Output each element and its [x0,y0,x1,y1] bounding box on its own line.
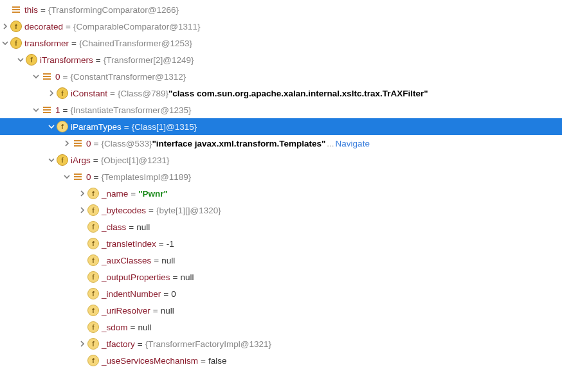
chevron-down-icon[interactable] [31,107,41,113]
chevron-right-icon[interactable] [62,140,72,147]
field-icon: f [26,54,37,66]
equals-sign: = [153,306,158,316]
chevron-down-icon[interactable] [46,157,57,163]
navigate-link[interactable]: Navigate [336,139,370,148]
tree-row[interactable]: f_outputProperties=null [0,269,562,285]
tree-row[interactable]: f_bytecodes={byte[1][]@1320} [0,202,562,218]
variable-name: _outputProperties [102,272,170,282]
chevron-right-icon[interactable] [77,207,87,213]
tree-row[interactable]: f_uriResolver=null [0,302,562,319]
equals-sign: = [124,122,129,132]
tree-row[interactable]: fdecorated={ComparableComparator@1311} [0,18,562,35]
field-icon: f [87,355,99,366]
variable-name: iTransformers [40,55,93,65]
primitive-value: null [161,306,174,316]
chevron-down-icon[interactable] [31,73,41,80]
tree-row[interactable]: 0={ConstantTransformer@1312} [0,68,562,85]
object-reference: {Class[1]@1315} [132,122,197,132]
variable-name: 0 [55,72,60,82]
variable-name: _sdom [102,323,128,332]
equals-sign: = [173,272,178,282]
variable-name: transformer [24,39,69,48]
variable-name: _tfactory [102,339,135,349]
variable-name: _indentNumber [102,289,161,299]
field-icon: f [87,254,99,266]
object-reference: {TransformingComparator@1266} [48,5,179,15]
equals-sign: = [201,356,206,366]
chevron-down-icon[interactable] [15,57,26,63]
object-reference: {Class@533} [101,139,152,148]
field-icon: f [87,204,99,216]
array-icon [41,104,53,116]
field-icon: f [10,21,22,32]
tree-row[interactable]: f_sdom=null [0,319,562,335]
variable-name: _uriResolver [102,306,150,316]
object-reference: {TemplatesImpl@1189} [101,172,191,182]
tree-row[interactable]: fiTransformers={Transformer[2]@1249} [0,51,562,68]
field-icon: f [87,305,99,316]
object-reference: {ConstantTransformer@1312} [70,72,186,82]
equals-sign: = [41,5,46,15]
field-icon: f [10,37,22,49]
variable-name: decorated [24,22,63,31]
equals-sign: = [159,239,164,249]
array-icon [72,138,84,149]
field-icon: f [87,221,99,233]
object-reference: {ComparableComparator@1311} [73,22,201,31]
string-value: "class com.sun.org.apache.xalan.internal… [168,89,428,98]
object-reference: {Object[1]@1231} [101,156,170,165]
tree-row[interactable]: 0={TemplatesImpl@1189} [0,168,562,185]
chevron-down-icon[interactable] [46,123,57,130]
tree-row[interactable]: f_tfactory={TransformerFactoryImpl@1321} [0,335,562,352]
tree-row[interactable]: f_class=null [0,218,562,235]
variable-name: 1 [55,105,60,115]
tree-row[interactable]: fiArgs={Object[1]@1231} [0,152,562,168]
tree-row[interactable]: this={TransformingComparator@1266} [0,1,562,18]
primitive-value: null [138,323,151,332]
tree-row[interactable]: fiConstant={Class@789} "class com.sun.or… [0,85,562,102]
chevron-right-icon[interactable] [77,190,87,197]
equals-sign: = [131,189,136,199]
equals-sign: = [63,105,68,115]
debugger-variables-tree[interactable]: this={TransformingComparator@1266}fdecor… [0,1,562,369]
tree-row[interactable]: 0={Class@533} "interface javax.xml.trans… [0,135,562,152]
variable-name: iArgs [71,156,91,165]
chevron-down-icon[interactable] [62,174,72,180]
field-icon: f [87,271,99,283]
field-icon: f [87,321,99,333]
equals-sign: = [129,222,134,232]
chevron-right-icon[interactable] [0,23,10,30]
equals-sign: = [94,172,99,182]
tree-row[interactable]: f_auxClasses=null [0,252,562,269]
primitive-value: -1 [167,239,174,249]
equals-sign: = [138,339,143,349]
tree-row[interactable]: f_useServicesMechanism=false [0,352,562,369]
chevron-down-icon[interactable] [0,40,10,46]
object-reference: {Class@789} [118,89,168,98]
object-reference: {Transformer[2]@1249} [104,55,194,65]
field-icon: f [87,338,99,350]
field-icon: f [57,121,68,132]
chevron-right-icon[interactable] [77,341,87,347]
primitive-value: null [180,272,194,282]
tree-row[interactable]: fiParamTypes={Class[1]@1315} [0,118,562,135]
tree-row[interactable]: f_indentNumber=0 [0,285,562,302]
tree-row[interactable]: 1={InstantiateTransformer@1235} [0,102,562,118]
variable-name: _bytecodes [102,206,146,215]
object-reference: {byte[1][]@1320} [156,206,221,215]
chevron-right-icon[interactable] [46,90,57,96]
tree-row[interactable]: f_transletIndex=-1 [0,235,562,252]
variable-name: _name [102,189,128,199]
equals-sign: = [93,156,98,165]
tree-row[interactable]: f_name="Pwnr" [0,185,562,202]
tree-row[interactable]: ftransformer={ChainedTransformer@1253} [0,35,562,51]
object-reference: {TransformerFactoryImpl@1321} [145,339,271,349]
variable-name: iConstant [71,89,107,98]
variable-name: _class [102,222,126,232]
ellipsis: ... [327,139,334,148]
object-reference: {InstantiateTransformer@1235} [70,105,191,115]
equals-sign: = [154,256,159,265]
string-value: "Pwnr" [138,189,168,199]
primitive-value: false [208,356,227,366]
equals-sign: = [163,289,168,299]
